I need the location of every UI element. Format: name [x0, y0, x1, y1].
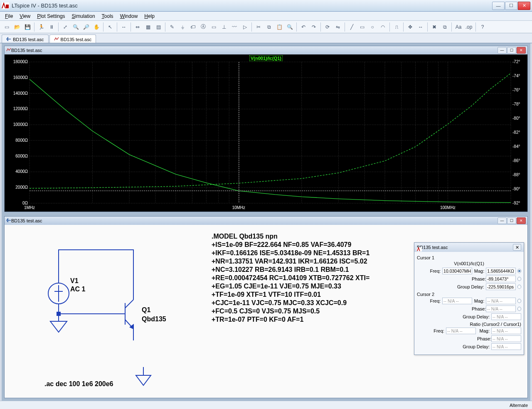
autorange-button[interactable]: ↔ [119, 22, 129, 32]
wire-button[interactable]: ✎ [167, 22, 177, 32]
netlabel-icon: Ⓐ [201, 23, 206, 30]
run-button[interactable]: 🏃 [36, 22, 46, 32]
cursor2-phase-field[interactable] [486, 306, 516, 312]
zoom-in-button[interactable]: 🔍 [71, 22, 81, 32]
capacitor-button[interactable]: ⊥ [219, 22, 229, 32]
component-button[interactable]: ⎍ [392, 22, 401, 32]
svg-text:2000Ω: 2000Ω [15, 185, 28, 190]
mirror-button[interactable]: ⇋ [333, 22, 343, 32]
schematic-window-titlebar[interactable]: BD135 test.asc — ☐ ✕ [5, 217, 527, 225]
menu-view[interactable]: View [17, 12, 33, 20]
cursor-dialog-titlebar[interactable]: BD135 test.asc ✕ [414, 243, 524, 252]
svg-text:-74°: -74° [512, 74, 520, 78]
model-directive[interactable]: .MODEL Qbd135 npn +IS=1e-09 BF=222.664 N… [212, 232, 369, 324]
manualrange-button[interactable]: ⇔ [133, 22, 143, 32]
delete-button[interactable]: ✖ [429, 22, 439, 32]
cascade-button[interactable]: ▤ [153, 22, 163, 32]
cursor1-freq-field[interactable] [442, 268, 472, 274]
cursor2-mag-radio[interactable] [517, 299, 521, 303]
mirror-icon: ⇋ [336, 24, 340, 30]
cursor1-mag-radio[interactable] [517, 269, 521, 273]
minimize-button[interactable]: — [492, 2, 505, 10]
svg-text:16000Ω: 16000Ω [13, 75, 28, 80]
cursor1-mag-field[interactable] [486, 268, 516, 274]
circle-icon: ○ [371, 24, 374, 30]
redo-button[interactable]: ↷ [309, 22, 319, 32]
schematic-canvas[interactable]: V1 AC 1 Q1 Qbd135 .MODEL Qbd135 npn +IS=… [5, 225, 527, 398]
menu-window[interactable]: Window [118, 12, 140, 20]
schematic-maximize-button[interactable]: ☐ [507, 217, 516, 224]
ac-directive[interactable]: .ac dec 100 1e6 200e6 [44, 380, 113, 388]
inductor-button[interactable]: 〰 [229, 22, 239, 32]
new-schematic-icon: ▭ [5, 24, 9, 30]
menu-file[interactable]: File [2, 12, 15, 20]
schematic-close-button[interactable]: ✕ [517, 217, 526, 224]
diode-button[interactable]: ▷ [240, 22, 250, 32]
copy-button[interactable]: ⧉ [264, 22, 274, 32]
line-button[interactable]: ╱ [347, 22, 357, 32]
save-button[interactable]: 💾 [22, 22, 32, 32]
rotate-button[interactable]: ⟳ [323, 22, 332, 32]
tile-button[interactable]: ▦ [143, 22, 153, 32]
plot-canvas[interactable]: V(n001)/Ic(Q1) 0Ω2000Ω4000Ω6000Ω8000Ω100… [5, 54, 527, 212]
tile-icon: ▦ [146, 24, 150, 30]
pick-button[interactable]: ↖ [105, 22, 115, 32]
cursor-dialog-close-button[interactable]: ✕ [513, 244, 521, 251]
plot-window-titlebar[interactable]: BD135 test.asc — ☐ ✕ [5, 46, 527, 54]
cursor1-phase-field[interactable] [486, 276, 516, 282]
pause-button[interactable]: ⏸ [47, 22, 57, 32]
menu-tools[interactable]: Tools [99, 12, 116, 20]
help-toggle-icon: ? [481, 24, 484, 30]
zoom-out-button[interactable]: 🔎 [81, 22, 91, 32]
cursor1-phase-radio[interactable] [517, 277, 521, 281]
cursor1-gd-radio[interactable] [517, 285, 521, 289]
find-button[interactable]: 🔍 [285, 22, 295, 32]
undo-button[interactable]: ↶ [298, 22, 308, 32]
schematic-minimize-button[interactable]: — [498, 217, 507, 224]
drag-button[interactable]: ↔ [416, 22, 426, 32]
rect-button[interactable]: ▭ [357, 22, 367, 32]
plot-maximize-button[interactable]: ☐ [507, 47, 516, 54]
move-button[interactable]: ✥ [405, 22, 415, 32]
cut-button[interactable]: ✂ [254, 22, 264, 32]
duplicate-button[interactable]: ⧉ [440, 22, 450, 32]
plot-close-button[interactable]: ✕ [517, 47, 526, 54]
plot-tab-icon [54, 37, 59, 42]
pan-button[interactable]: ✋ [91, 22, 101, 32]
circle-button[interactable]: ○ [367, 22, 377, 32]
arc-button[interactable]: ◠ [378, 22, 388, 32]
close-button[interactable]: ✕ [518, 2, 530, 10]
phase-label: Phase: [472, 276, 484, 281]
doctab-plot[interactable]: BD135 test.asc [49, 34, 96, 43]
cursor1-groupdelay-field[interactable] [486, 283, 516, 290]
resistor-icon: ▭ [212, 24, 216, 30]
doctab-schematic[interactable]: BD135 test.asc [2, 34, 49, 43]
label-button[interactable]: 🏷 [188, 22, 198, 32]
cursor-dialog[interactable]: BD135 test.asc ✕ Cursor 1 V(n001)/Ic(Q1)… [414, 242, 524, 355]
netlabel-button[interactable]: Ⓐ [198, 22, 208, 32]
menu-simulation[interactable]: Simulation [69, 12, 98, 20]
svg-rect-1 [6, 5, 9, 8]
cursor2-groupdelay-field[interactable] [491, 313, 521, 320]
menu-plot-settings[interactable]: Plot Settings [34, 12, 67, 20]
plot-minimize-button[interactable]: — [498, 47, 507, 54]
menu-help[interactable]: Help [142, 12, 157, 20]
rect-icon: ▭ [360, 24, 365, 30]
resistor-button[interactable]: ▭ [209, 22, 219, 32]
ground-button[interactable]: ⏚ [177, 22, 187, 32]
cursor2-mag-field[interactable] [486, 298, 516, 304]
new-schematic-button[interactable]: ▭ [2, 22, 12, 32]
svg-text:-82°: -82° [512, 130, 520, 135]
cursor1-label: Cursor 1 [417, 255, 521, 260]
run-icon: 🏃 [38, 24, 44, 30]
find-icon: 🔍 [287, 24, 293, 30]
spice-button[interactable]: .op [464, 22, 474, 32]
open-button[interactable]: 📂 [12, 22, 22, 32]
cursor2-freq-field[interactable] [442, 298, 472, 304]
zoom-fit-button[interactable]: ⤢ [60, 22, 70, 32]
help-toggle-button[interactable]: ? [478, 22, 488, 32]
text-button[interactable]: Aa [453, 22, 463, 32]
maximize-button[interactable]: ☐ [505, 2, 517, 10]
paste-button[interactable]: 📋 [274, 22, 284, 32]
cursor2-phase-radio[interactable] [517, 307, 521, 311]
